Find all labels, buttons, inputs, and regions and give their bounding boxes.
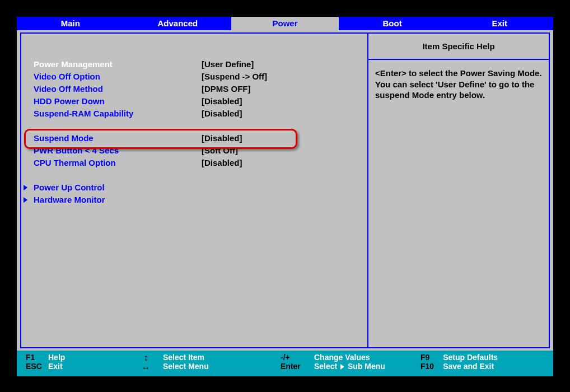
hint-help: Help <box>48 353 65 362</box>
key-enter: Enter <box>281 362 305 371</box>
help-panel: Item Specific Help <Enter> to select the… <box>368 32 550 348</box>
item-video-off-method[interactable]: Video Off Method [DPMS OFF] <box>34 83 362 95</box>
hint-change-values: Change Values <box>314 353 412 362</box>
item-label: Suspend-RAM Capability <box>34 108 202 120</box>
hint-select: Select <box>314 362 337 371</box>
item-label: HDD Power Down <box>34 95 202 108</box>
item-label: Suspend Mode <box>34 132 202 144</box>
item-pwr-button[interactable]: PWR Button < 4 Secs [Soft Off] <box>34 144 362 157</box>
hint-select-item: Select Item <box>163 353 272 362</box>
hint-sub-menu: Sub Menu <box>348 362 385 371</box>
item-value: [DPMS OFF] <box>202 83 251 95</box>
item-label: Video Off Option <box>34 71 202 83</box>
hint-exit: Exit <box>48 362 63 371</box>
help-text: <Enter> to select the Power Saving Mode.… <box>368 60 549 109</box>
item-power-up-control[interactable]: Power Up Control <box>24 181 362 194</box>
main-panel: Power Management [User Define] Video Off… <box>20 32 368 348</box>
key-plusminus: -/+ <box>281 353 305 362</box>
tab-exit[interactable]: Exit <box>446 17 553 30</box>
item-label: PWR Button < 4 Secs <box>34 144 202 157</box>
item-label: Power Up Control <box>24 181 202 194</box>
item-value: [User Define] <box>202 58 254 71</box>
tab-boot[interactable]: Boot <box>339 17 446 30</box>
tab-main[interactable]: Main <box>17 17 124 30</box>
item-label: CPU Thermal Option <box>34 157 202 169</box>
tab-advanced[interactable]: Advanced <box>124 17 232 30</box>
item-label: Video Off Method <box>34 83 202 95</box>
updown-icon: ↕ <box>144 353 148 363</box>
key-f10: F10 <box>421 362 434 371</box>
triangle-right-icon <box>340 364 344 370</box>
item-hdd-power-down[interactable]: HDD Power Down [Disabled] <box>34 95 362 108</box>
item-power-management[interactable]: Power Management [User Define] <box>34 58 362 71</box>
item-label: Hardware Monitor <box>24 194 202 206</box>
item-value: [Disabled] <box>202 95 242 108</box>
key-f1: F1 <box>26 353 48 362</box>
hint-defaults: Setup Defaults <box>443 353 553 362</box>
key-esc: ESC <box>26 362 48 371</box>
item-cpu-thermal[interactable]: CPU Thermal Option [Disabled] <box>34 157 362 169</box>
item-video-off-option[interactable]: Video Off Option [Suspend -> Off] <box>34 71 362 83</box>
hint-save-exit: Save and Exit <box>443 362 553 371</box>
key-f9: F9 <box>421 353 434 362</box>
item-value: [Suspend -> Off] <box>202 71 267 83</box>
item-value: [Soft Off] <box>202 144 238 157</box>
tab-power[interactable]: Power <box>231 17 339 30</box>
hint-select-menu: Select Menu <box>163 362 272 371</box>
bios-window: Main Advanced Power Boot Exit Power Mana… <box>17 17 553 376</box>
tab-bar: Main Advanced Power Boot Exit <box>17 17 553 30</box>
item-value: [Disabled] <box>202 108 242 120</box>
item-value: [Disabled] <box>202 132 242 144</box>
footer-bar: F1Help ESCExit ↕ ↔ Select Item Select Me… <box>17 351 553 376</box>
item-label: Power Management <box>34 58 202 71</box>
item-suspend-ram[interactable]: Suspend-RAM Capability [Disabled] <box>34 108 362 120</box>
help-title: Item Specific Help <box>368 34 549 60</box>
item-value: [Disabled] <box>202 157 242 169</box>
item-hardware-monitor[interactable]: Hardware Monitor <box>24 194 362 206</box>
item-suspend-mode[interactable]: Suspend Mode [Disabled] <box>34 132 362 144</box>
leftright-icon: ↔ <box>142 363 151 373</box>
